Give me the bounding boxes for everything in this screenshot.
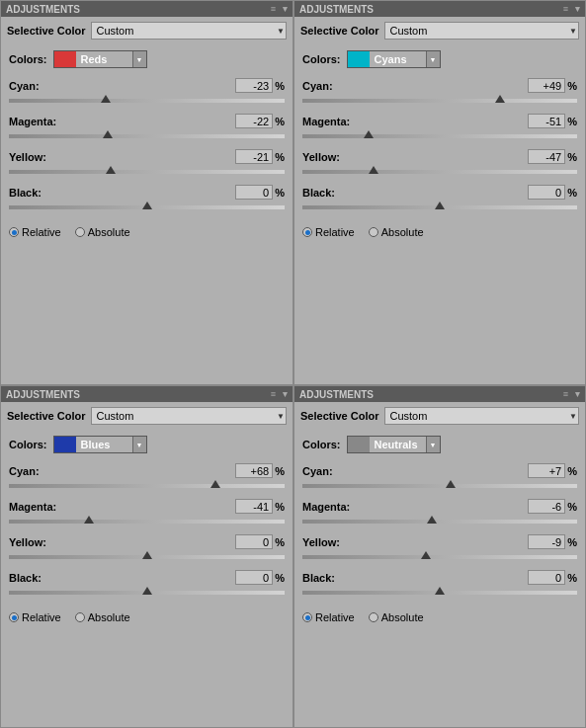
- slider-thumb-icon[interactable]: [142, 587, 152, 595]
- radio-absolute[interactable]: Absolute: [75, 226, 130, 238]
- radio-absolute[interactable]: Absolute: [369, 226, 424, 238]
- slider-track: [9, 520, 285, 524]
- slider-thumb-icon[interactable]: [495, 95, 505, 103]
- slider-value-box[interactable]: +49: [528, 78, 565, 93]
- percent-label: %: [567, 572, 577, 584]
- slider-track-container[interactable]: [302, 479, 577, 493]
- slider-track-container[interactable]: [302, 515, 577, 528]
- slider-thumb-icon[interactable]: [369, 166, 378, 174]
- slider-thumb-icon[interactable]: [435, 202, 445, 209]
- slider-thumb-icon[interactable]: [142, 202, 152, 209]
- percent-label: %: [567, 116, 577, 127]
- slider-track-container[interactable]: [9, 515, 285, 528]
- slider-value-wrap: 0%: [235, 534, 285, 549]
- slider-label-row: Magenta:-41%: [9, 499, 285, 514]
- panel-3: ADJUSTMENTS≡▾Selective ColorCustom▼Color…: [293, 385, 586, 728]
- slider-value-box[interactable]: 0: [528, 570, 565, 585]
- slider-value-box[interactable]: -21: [235, 149, 273, 164]
- slider-value-box[interactable]: -41: [235, 499, 273, 514]
- slider-thumb-icon[interactable]: [435, 587, 445, 595]
- color-block: [54, 51, 76, 67]
- slider-row-2: Yellow:0%: [9, 534, 285, 564]
- grab-handle-icon[interactable]: ≡: [271, 4, 276, 14]
- slider-track-container[interactable]: [302, 586, 577, 600]
- slider-label-row: Black:0%: [302, 185, 577, 200]
- slider-label: Black:: [9, 187, 63, 199]
- slider-thumb-icon[interactable]: [106, 166, 116, 174]
- radio-absolute[interactable]: Absolute: [369, 611, 424, 623]
- collapse-icon[interactable]: ▾: [283, 389, 288, 399]
- slider-track-container[interactable]: [302, 165, 577, 179]
- slider-thumb-icon[interactable]: [210, 480, 220, 488]
- grab-handle-icon[interactable]: ≡: [563, 389, 568, 399]
- slider-label-row: Yellow:-9%: [302, 534, 577, 549]
- slider-thumb-icon[interactable]: [84, 516, 94, 524]
- color-dropdown-arrow-icon[interactable]: ▼: [426, 437, 440, 452]
- slider-value-box[interactable]: -9: [528, 534, 565, 549]
- slider-label: Black:: [9, 572, 63, 584]
- slider-value-box[interactable]: -51: [528, 114, 565, 128]
- color-dropdown-arrow-icon[interactable]: ▼: [426, 51, 440, 67]
- slider-track-container[interactable]: [9, 201, 285, 214]
- slider-value-box[interactable]: -23: [235, 78, 273, 93]
- slider-thumb-icon[interactable]: [421, 551, 431, 559]
- color-dropdown-arrow-icon[interactable]: ▼: [132, 437, 146, 452]
- slider-track: [302, 555, 577, 559]
- radio-relative[interactable]: Relative: [302, 611, 355, 623]
- radio-label: Relative: [22, 611, 61, 623]
- slider-thumb-icon[interactable]: [364, 130, 374, 138]
- slider-track-container[interactable]: [9, 129, 285, 143]
- slider-thumb-icon[interactable]: [142, 551, 152, 559]
- slider-value-box[interactable]: 0: [235, 570, 273, 585]
- slider-value-box[interactable]: 0: [235, 185, 273, 200]
- color-dropdown-arrow-icon[interactable]: ▼: [132, 51, 146, 67]
- color-swatch-button[interactable]: Reds▼: [53, 50, 147, 68]
- slider-track-container[interactable]: [9, 94, 285, 108]
- slider-track-container[interactable]: [9, 165, 285, 179]
- color-swatch-button[interactable]: Cyans▼: [347, 50, 441, 68]
- slider-value-box[interactable]: -6: [528, 499, 565, 514]
- slider-track-container[interactable]: [302, 550, 577, 564]
- preset-select[interactable]: Custom: [91, 407, 287, 425]
- slider-track-container[interactable]: [9, 550, 285, 564]
- slider-row-2: Yellow:-21%: [9, 149, 285, 179]
- slider-track: [302, 520, 577, 524]
- percent-label: %: [567, 465, 577, 477]
- slider-thumb-icon[interactable]: [103, 130, 113, 138]
- preset-select-wrapper: Custom▼: [384, 22, 579, 40]
- title-row: Selective ColorCustom▼: [1, 402, 293, 430]
- radio-absolute[interactable]: Absolute: [75, 611, 130, 623]
- slider-track-container[interactable]: [302, 201, 577, 214]
- slider-value-box[interactable]: -22: [235, 114, 273, 128]
- slider-value-box[interactable]: 0: [528, 185, 565, 200]
- collapse-icon[interactable]: ▾: [283, 4, 288, 14]
- color-swatch-button[interactable]: Blues▼: [53, 436, 147, 453]
- slider-value-wrap: +7%: [528, 463, 577, 478]
- preset-select[interactable]: Custom: [384, 22, 579, 40]
- slider-track-container[interactable]: [9, 586, 285, 600]
- panel-body: Colors:Neutrals▼Cyan:+7%Magenta:-6%Yello…: [294, 430, 585, 727]
- radio-relative[interactable]: Relative: [9, 226, 61, 238]
- slider-track: [9, 170, 285, 174]
- grab-handle-icon[interactable]: ≡: [563, 4, 568, 14]
- slider-value-box[interactable]: +68: [235, 463, 273, 478]
- radio-relative[interactable]: Relative: [302, 226, 355, 238]
- slider-value-box[interactable]: +7: [528, 463, 565, 478]
- color-swatch-button[interactable]: Neutrals▼: [347, 436, 441, 453]
- slider-thumb-icon[interactable]: [446, 480, 456, 488]
- slider-value-box[interactable]: -47: [528, 149, 565, 164]
- slider-track-container[interactable]: [302, 129, 577, 143]
- slider-thumb-icon[interactable]: [427, 516, 437, 524]
- radio-circle: [9, 227, 19, 237]
- slider-value-box[interactable]: 0: [235, 534, 273, 549]
- collapse-icon[interactable]: ▾: [575, 389, 580, 399]
- slider-track-container[interactable]: [302, 94, 577, 108]
- slider-track-container[interactable]: [9, 479, 285, 493]
- preset-select[interactable]: Custom: [91, 22, 287, 40]
- slider-thumb-icon[interactable]: [101, 95, 111, 103]
- preset-select[interactable]: Custom: [384, 407, 579, 425]
- radio-relative[interactable]: Relative: [9, 611, 61, 623]
- collapse-icon[interactable]: ▾: [575, 4, 580, 14]
- radio-label: Relative: [315, 611, 355, 623]
- grab-handle-icon[interactable]: ≡: [271, 389, 276, 399]
